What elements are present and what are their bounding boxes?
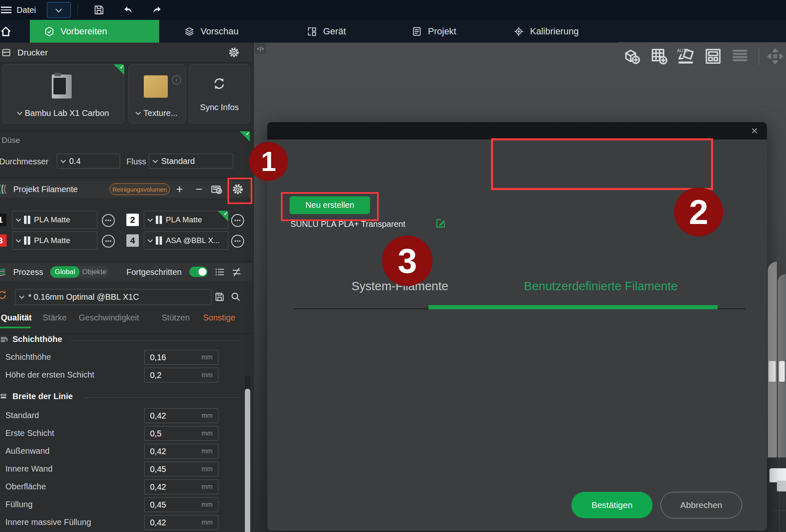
filament-slot-3-select[interactable]: PLA Matte <box>12 231 97 250</box>
save-profile-icon[interactable] <box>214 291 225 302</box>
process-profile-select[interactable]: * 0.16mm Optimal @BBL X1C <box>15 289 211 305</box>
param-value[interactable]: 0,45 <box>150 500 166 510</box>
line-width-default-input[interactable]: 0,42mm <box>144 408 218 423</box>
tab-prepare-label: Vorbereiten <box>60 26 107 37</box>
close-icon[interactable]: × <box>751 124 758 137</box>
line-width-first-layer-input[interactable]: 0,5mm <box>144 426 218 441</box>
filament-slot-1-select[interactable]: PLA Matte <box>12 211 97 229</box>
printer-name-row[interactable]: Bambu Lab X1 Carbon <box>3 108 124 118</box>
filament-slot-4-select[interactable]: ASA @BBL X... <box>144 231 228 250</box>
tab-speed[interactable]: Geschwindigkeit <box>79 313 139 323</box>
redo-button[interactable] <box>151 4 163 16</box>
filament-slot-1-menu-icon[interactable]: ••• <box>102 214 115 227</box>
save-button[interactable] <box>93 4 105 16</box>
param-value[interactable]: 0,5 <box>150 429 162 438</box>
variable-layer-button[interactable] <box>729 45 751 67</box>
scope-objects[interactable]: Objekte <box>80 266 109 278</box>
advanced-toggle[interactable] <box>189 267 208 277</box>
param-value[interactable]: 0,45 <box>150 465 166 474</box>
annotation-rect-custom-tab <box>491 138 713 190</box>
reset-profile-icon[interactable] <box>0 290 7 301</box>
annotation-step-1: 1 <box>249 142 288 181</box>
annotation-step-2: 2 <box>674 188 723 236</box>
line-width-icon <box>0 392 8 401</box>
flow-select[interactable]: Standard <box>149 154 233 169</box>
collapse-sidebar-button[interactable]: <|> <box>255 43 266 54</box>
file-menu-dropdown[interactable] <box>47 2 71 18</box>
plate-name-row[interactable]: Texture... <box>129 108 185 118</box>
first-layer-height-input[interactable]: 0,2 mm <box>144 368 218 383</box>
tab-device[interactable]: Gerät <box>293 20 360 43</box>
tab-support[interactable]: Stützen <box>162 313 190 323</box>
tab-calibration[interactable]: Kalibrierung <box>499 20 593 43</box>
tab-strength[interactable]: Stärke <box>43 313 67 323</box>
param-value[interactable]: 0,42 <box>150 411 166 421</box>
param-value[interactable]: 0,42 <box>150 518 166 527</box>
scrollbar-thumb[interactable] <box>245 389 250 532</box>
model-object[interactable] <box>768 262 786 457</box>
layer-height-input[interactable]: 0,16 mm <box>144 350 218 365</box>
calibration-icon <box>513 26 524 37</box>
process-profile-value: * 0.16mm Optimal @BBL X1C <box>28 292 139 302</box>
tab-prepare[interactable]: Vorbereiten <box>30 20 159 43</box>
plate-card[interactable]: i Texture... <box>128 64 186 123</box>
main-tabbar: Vorbereiten Vorschau Gerät Projekt Kalib… <box>0 20 786 43</box>
auto-orient-button[interactable]: AUTO <box>675 45 697 67</box>
remove-filament-button[interactable]: − <box>196 183 202 196</box>
tab-preview[interactable]: Vorschau <box>170 20 253 43</box>
arrange-button[interactable] <box>702 45 724 67</box>
add-object-button[interactable] <box>622 45 643 67</box>
tab-project[interactable]: Projekt <box>397 20 470 43</box>
undo-button[interactable] <box>122 4 134 16</box>
info-icon[interactable]: i <box>172 75 181 84</box>
active-tab-indicator <box>428 305 718 309</box>
tab-quality[interactable]: Qualität <box>1 313 31 323</box>
tab-others[interactable]: Sonstige <box>203 313 235 323</box>
line-width-infill-input[interactable]: 0,45mm <box>144 497 218 512</box>
tune-icon[interactable] <box>231 267 242 277</box>
param-value[interactable]: 0,42 <box>150 447 166 456</box>
add-filament-button[interactable]: + <box>176 183 183 196</box>
param-value[interactable]: 0,16 <box>150 353 166 362</box>
param-value[interactable]: 0,42 <box>150 482 166 492</box>
chevron-down-icon <box>56 6 62 12</box>
param-label: Oberfläche <box>5 482 46 491</box>
filament-slot-4-menu-icon[interactable]: ••• <box>231 235 244 248</box>
scope-global[interactable]: Global <box>50 266 80 278</box>
line-width-top-surface-input[interactable]: 0,42mm <box>144 479 218 494</box>
chevron-down-icon <box>16 217 21 222</box>
line-width-internal-solid-input[interactable]: 0,42mm <box>144 515 218 530</box>
tab-custom-filaments[interactable]: Benutzerdefinierte Filamente <box>508 279 694 293</box>
printer-icon <box>1 47 12 58</box>
home-button[interactable] <box>0 20 14 43</box>
model-object-2[interactable] <box>769 468 786 493</box>
flush-volume-badge[interactable]: Reinigungsvolumen <box>109 183 170 195</box>
filament-slot-2-menu-icon[interactable]: ••• <box>231 214 244 227</box>
parameter-list-icon[interactable] <box>214 267 225 277</box>
filament-slot-2-select[interactable]: PLA Matte <box>144 211 228 229</box>
save-icon <box>93 4 105 16</box>
line-width-inner-wall-input[interactable]: 0,45mm <box>144 462 218 477</box>
confirm-button[interactable]: Bestätigen <box>571 492 653 518</box>
printer-card[interactable]: Bambu Lab X1 Carbon <box>2 64 124 123</box>
sync-card[interactable]: Sync Infos <box>189 64 250 123</box>
gear-icon[interactable] <box>228 47 239 58</box>
chevron-down-icon <box>148 217 153 222</box>
device-icon <box>307 26 317 37</box>
cancel-button[interactable]: Abbrechen <box>660 492 742 518</box>
scope-switch[interactable]: Global Objekte <box>50 266 109 278</box>
ams-sync-icon[interactable] <box>210 183 223 195</box>
tab-calibration-label: Kalibrierung <box>530 26 578 37</box>
diameter-select[interactable]: 0.4 <box>57 154 120 169</box>
preview-icon <box>184 26 195 37</box>
edit-icon[interactable] <box>435 218 446 229</box>
filament-slot-3-menu-icon[interactable]: ••• <box>102 235 115 248</box>
move-tool-button[interactable] <box>764 45 786 67</box>
hamburger-icon[interactable] <box>1 5 12 15</box>
search-icon[interactable] <box>230 291 241 302</box>
add-plate-button[interactable] <box>648 45 670 67</box>
param-value[interactable]: 0,2 <box>150 371 162 380</box>
file-menu[interactable]: Datei <box>17 5 36 15</box>
plate-name: Texture... <box>143 108 177 118</box>
line-width-outer-wall-input[interactable]: 0,42mm <box>144 444 218 459</box>
